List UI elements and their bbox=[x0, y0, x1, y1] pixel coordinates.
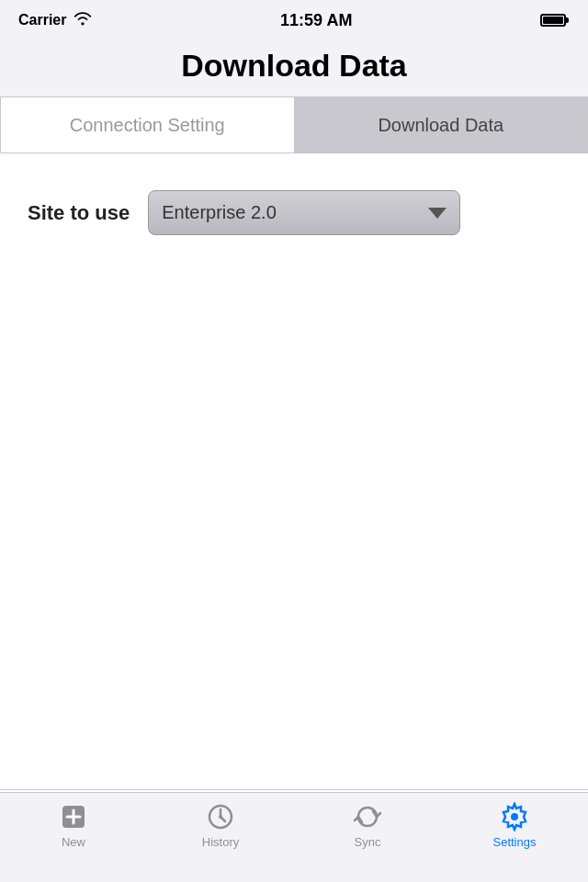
page-title-bar: Download Data bbox=[0, 40, 588, 96]
tab-history[interactable]: History bbox=[147, 802, 294, 849]
site-row: Site to use Enterprise 2.0 bbox=[28, 181, 560, 244]
carrier-label: Carrier bbox=[18, 12, 66, 28]
chevron-down-icon bbox=[428, 208, 447, 219]
history-icon bbox=[206, 802, 235, 831]
app: Carrier 11:59 AM Download Data Connectio… bbox=[0, 0, 588, 882]
tab-new-label: New bbox=[62, 835, 85, 849]
wifi-icon bbox=[74, 11, 92, 29]
site-dropdown-value: Enterprise 2.0 bbox=[162, 202, 277, 223]
main-content: Site to use Enterprise 2.0 bbox=[0, 153, 588, 499]
tab-settings-label: Settings bbox=[493, 835, 537, 849]
tab-history-label: History bbox=[202, 835, 239, 849]
status-bar: Carrier 11:59 AM bbox=[0, 0, 588, 40]
svg-point-7 bbox=[511, 813, 518, 820]
tab-sync-label: Sync bbox=[355, 835, 381, 849]
svg-point-6 bbox=[219, 815, 222, 819]
tab-bar: New History bbox=[0, 792, 588, 882]
tab-settings[interactable]: Settings bbox=[441, 802, 588, 849]
site-label: Site to use bbox=[28, 201, 130, 225]
tab-download-data[interactable]: Download Data bbox=[295, 97, 588, 153]
segmented-control[interactable]: Connection Setting Download Data bbox=[0, 96, 588, 153]
status-left: Carrier bbox=[18, 11, 92, 29]
time-display: 11:59 AM bbox=[280, 11, 352, 30]
plus-icon bbox=[59, 802, 88, 831]
content-area: Site to use Enterprise 2.0 Download Site… bbox=[0, 153, 588, 882]
content-body bbox=[0, 499, 588, 789]
battery-icon bbox=[540, 14, 566, 27]
site-dropdown[interactable]: Enterprise 2.0 bbox=[148, 190, 460, 235]
battery-indicator bbox=[540, 14, 570, 27]
page-title: Download Data bbox=[0, 48, 588, 84]
tab-new[interactable]: New bbox=[0, 802, 147, 849]
sync-icon bbox=[353, 802, 382, 831]
tab-connection-setting[interactable]: Connection Setting bbox=[1, 97, 295, 153]
gear-icon bbox=[500, 802, 529, 831]
tab-sync[interactable]: Sync bbox=[294, 802, 441, 849]
